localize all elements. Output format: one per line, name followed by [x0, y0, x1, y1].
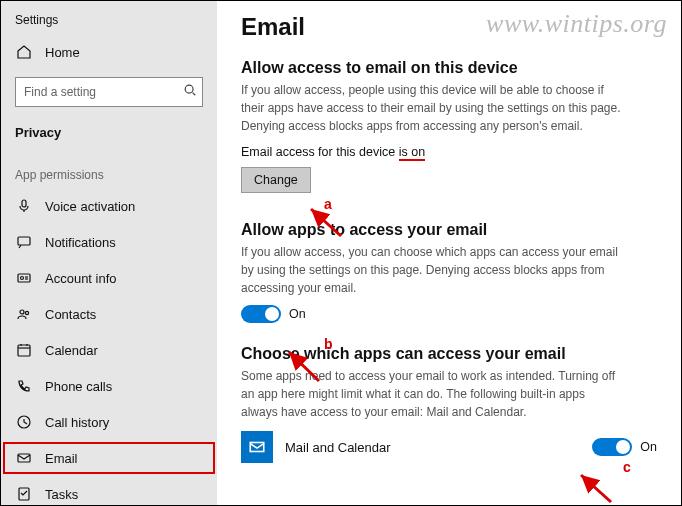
mail-app-icon — [241, 431, 273, 463]
change-button[interactable]: Change — [241, 167, 311, 193]
calendar-icon — [15, 341, 33, 359]
status-prefix: Email access for this device — [241, 145, 399, 159]
section3-body: Some apps need to access your email to w… — [241, 367, 621, 421]
search-input[interactable] — [15, 77, 203, 107]
section2-title: Allow apps to access your email — [241, 221, 657, 239]
sidebar-item-tasks[interactable]: Tasks — [1, 476, 217, 505]
sidebar-item-call-history[interactable]: Call history — [1, 404, 217, 440]
nav-label: Tasks — [45, 487, 78, 502]
apps-access-toggle[interactable] — [241, 305, 281, 323]
phone-icon — [15, 377, 33, 395]
settings-window: Settings Home Privacy App permissions Vo… — [1, 1, 681, 505]
app-row-mail-calendar: Mail and Calendar On — [241, 431, 657, 463]
sidebar-item-voice-activation[interactable]: Voice activation — [1, 188, 217, 224]
sidebar-item-contacts[interactable]: Contacts — [1, 296, 217, 332]
nav-label: Calendar — [45, 343, 98, 358]
svg-point-6 — [21, 277, 24, 280]
svg-rect-4 — [18, 237, 30, 245]
svg-point-0 — [185, 85, 193, 93]
page-title: Email — [241, 13, 657, 41]
section1-body: If you allow access, people using this d… — [241, 81, 621, 135]
email-icon — [15, 449, 33, 467]
svg-point-9 — [20, 310, 24, 314]
mic-icon — [15, 197, 33, 215]
section2-body: If you allow access, you can choose whic… — [241, 243, 621, 297]
clock-icon — [15, 413, 33, 431]
sidebar-item-account-info[interactable]: Account info — [1, 260, 217, 296]
nav-list: Voice activation Notifications Account i… — [1, 188, 217, 505]
sidebar-item-calendar[interactable]: Calendar — [1, 332, 217, 368]
apps-access-toggle-label: On — [289, 307, 306, 321]
app-title: Settings — [1, 9, 217, 37]
privacy-heading: Privacy — [1, 119, 217, 150]
device-access-status: Email access for this device is on — [241, 145, 657, 161]
status-value: is on — [399, 145, 425, 161]
nav-label: Call history — [45, 415, 109, 430]
sidebar: Settings Home Privacy App permissions Vo… — [1, 1, 217, 505]
mail-app-toggle-label: On — [640, 440, 657, 454]
search-box — [15, 77, 203, 107]
app-permissions-heading: App permissions — [1, 150, 217, 188]
svg-rect-2 — [22, 200, 26, 207]
nav-label: Voice activation — [45, 199, 135, 214]
id-card-icon — [15, 269, 33, 287]
contacts-icon — [15, 305, 33, 323]
svg-rect-18 — [250, 443, 264, 452]
home-label: Home — [45, 45, 80, 60]
app-name-label: Mail and Calendar — [285, 440, 592, 455]
sidebar-item-email[interactable]: Email — [1, 440, 217, 476]
bell-icon — [15, 233, 33, 251]
section1-title: Allow access to email on this device — [241, 59, 657, 77]
mail-app-toggle[interactable] — [592, 438, 632, 456]
svg-rect-11 — [18, 345, 30, 356]
nav-label: Notifications — [45, 235, 116, 250]
svg-line-1 — [193, 93, 196, 96]
nav-label: Contacts — [45, 307, 96, 322]
home-icon — [15, 43, 33, 61]
tasks-icon — [15, 485, 33, 503]
sidebar-item-home[interactable]: Home — [1, 37, 217, 67]
nav-label: Account info — [45, 271, 117, 286]
apps-access-toggle-row: On — [241, 305, 657, 323]
svg-point-10 — [25, 311, 28, 314]
nav-label: Phone calls — [45, 379, 112, 394]
nav-label: Email — [45, 451, 78, 466]
sidebar-item-notifications[interactable]: Notifications — [1, 224, 217, 260]
sidebar-item-phone-calls[interactable]: Phone calls — [1, 368, 217, 404]
svg-rect-16 — [18, 454, 30, 462]
main-content: Email Allow access to email on this devi… — [217, 1, 681, 505]
section3-title: Choose which apps can access your email — [241, 345, 657, 363]
search-icon — [183, 83, 197, 101]
